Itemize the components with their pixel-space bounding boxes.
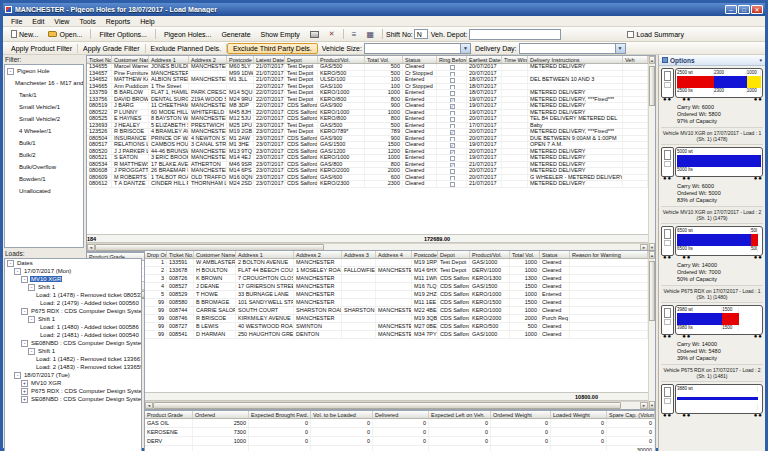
loads-tree-item[interactable]: -17/07/2017 (Mon) — [5, 267, 141, 275]
open-button[interactable]: Open... — [43, 29, 87, 40]
column-header[interactable]: Expected Left on Veh. — [429, 411, 491, 418]
collapse-icon[interactable]: - — [21, 340, 28, 347]
column-header[interactable]: Address 4 — [376, 251, 412, 258]
column-header[interactable]: Address 1 — [236, 251, 294, 258]
ticket-grid-vscrollbar[interactable]: ▲ ▼ — [648, 56, 655, 251]
pigeon-hole-tree-item[interactable]: Bulk/Overflow — [5, 161, 83, 173]
ring-before-del-checkbox[interactable] — [450, 124, 455, 129]
loads-tree-item[interactable]: -18/07/2017 (Tue) — [5, 371, 141, 379]
list-view-button[interactable]: ≡ — [347, 28, 362, 41]
generate-button[interactable]: Generate — [216, 29, 255, 40]
loads-tree-item[interactable]: Load: 1 (1480) - Added ticket 000586 — [5, 323, 141, 331]
pigeon-hole-tree-item[interactable]: Manchester 16 - M17 and 32/1 — [5, 77, 83, 89]
ring-before-del-checkbox[interactable] — [450, 78, 455, 83]
pigeon-hole-tree-item[interactable]: Small Vehicle/1 — [5, 101, 83, 113]
column-header[interactable]: Status — [403, 56, 437, 63]
table-row[interactable]: 4008527J DEANE17 GRIERSON STREETMANCHEST… — [145, 283, 648, 291]
exclude-planned-dels-button[interactable]: Exclude Planned Dels. — [146, 44, 227, 53]
vehicle-load-block[interactable]: 6500 wt5006500 lts500●●●●●●Carry Wt: 140… — [659, 224, 765, 303]
table-row[interactable]: GAS OIL25000000000 — [145, 419, 655, 428]
table-row[interactable]: 99008727B LEWIS40 WESTWOOD ROADSWINTONMA… — [145, 323, 648, 331]
table-row[interactable]: KEROSENE73000000000 — [145, 428, 655, 437]
loads-tree-item[interactable]: +P675 RDX : CDS Computer Design Systems … — [5, 387, 141, 395]
loads-tree-item[interactable]: -P675 RDX : CDS Computer Design Systems … — [5, 307, 141, 315]
scroll-down-icon[interactable]: ▼ — [649, 401, 655, 409]
column-header[interactable]: Ring Before Del. — [437, 56, 467, 63]
ring-before-del-checkbox[interactable] — [450, 111, 455, 116]
column-header[interactable]: Depot — [285, 56, 318, 63]
ring-before-del-checkbox[interactable] — [450, 182, 455, 187]
menu-edit[interactable]: Edit — [27, 18, 49, 25]
expand-icon[interactable]: + — [21, 380, 28, 387]
veh-depot-combo[interactable] — [469, 29, 561, 40]
loads-tree-item[interactable]: -Dates — [5, 259, 141, 267]
scroll-right-icon[interactable]: ► — [640, 402, 648, 409]
loads-tree-item[interactable]: +MV10 XGR — [5, 379, 141, 387]
column-header[interactable]: Address 2 — [294, 251, 342, 258]
collapse-icon[interactable]: - — [28, 316, 35, 323]
loads-tree-item[interactable]: Load: 2 (1483) - Removed ticket 133659 — [5, 363, 141, 371]
ring-before-del-checkbox[interactable]: ✓ — [450, 104, 455, 109]
column-header[interactable]: Latest Date ▲ — [254, 56, 285, 63]
pigeon-holes-button[interactable]: Pigeon Holes... — [159, 29, 216, 40]
pigeon-hole-tree-item[interactable]: Unallocated — [5, 185, 83, 197]
column-header[interactable]: Delivered — [373, 411, 429, 418]
collapse-icon[interactable]: - — [14, 268, 21, 275]
pigeon-hole-tree-item[interactable]: Bulk/1 — [5, 137, 83, 149]
column-header[interactable]: Depot — [438, 251, 470, 258]
loads-tree-item[interactable]: Load: 2 (1481) - Added ticket 000540 — [5, 331, 141, 339]
ring-before-del-checkbox[interactable] — [450, 91, 455, 96]
print-button[interactable] — [305, 29, 324, 40]
column-header[interactable]: Delivery Instructions — [528, 56, 623, 63]
menu-help[interactable]: Help — [135, 18, 159, 25]
table-row[interactable]: 99008744CARRIE SALORSOUTH COURTSHARSTON … — [145, 307, 648, 315]
ring-before-del-checkbox[interactable] — [450, 65, 455, 70]
column-header[interactable]: Drop Order — [145, 251, 167, 258]
title-bar[interactable]: MANCHESTER - Pigeon Holes for 18/07/2017… — [3, 3, 765, 16]
column-header[interactable]: Ticket No. — [87, 56, 112, 63]
pigeon-hole-tree-item[interactable]: Small Vehicle/2 — [5, 113, 83, 125]
column-header[interactable]: Loaded Weight — [551, 411, 607, 418]
menu-file[interactable]: File — [6, 18, 27, 25]
collapse-icon[interactable]: - — [21, 276, 28, 283]
scroll-track[interactable] — [153, 402, 640, 409]
load-summary-checkbox[interactable] — [627, 31, 634, 38]
collapse-icon[interactable]: - — [7, 260, 14, 267]
shift-no-field[interactable]: N — [414, 29, 428, 39]
column-header[interactable]: Time Window — [502, 56, 528, 63]
column-header[interactable]: Postcode — [412, 251, 438, 258]
column-header[interactable]: Earliest Date — [467, 56, 502, 63]
vehicle-size-combo[interactable]: ▼ — [364, 43, 471, 54]
vehicle-load-block[interactable]: 2500 wt230010002500 lts23001000●●●●●●Car… — [659, 66, 765, 145]
vehicle-load-block[interactable]: 3980 wt15003980 lts1500●●●●●●Carry Wt: 1… — [659, 303, 765, 382]
column-header[interactable]: Customer Name — [194, 251, 236, 258]
table-row[interactable]: DERV10000000000 — [145, 437, 655, 446]
ring-before-del-checkbox[interactable] — [450, 176, 455, 181]
column-header[interactable]: Spare Cap. (Volume) — [607, 411, 655, 418]
show-empty-button[interactable]: Show Empty — [256, 29, 305, 40]
column-header[interactable]: Ordered Weight — [491, 411, 551, 418]
ring-before-del-checkbox[interactable] — [450, 156, 455, 161]
collapse-icon[interactable]: - — [14, 372, 21, 379]
loads-tree-item[interactable]: -MV10 XGR — [5, 275, 141, 283]
loads-tree-item[interactable]: -Shift 1 — [5, 315, 141, 323]
ring-before-del-checkbox[interactable]: ✓ — [450, 150, 455, 155]
loads-tree-item[interactable]: Load: 1 (1482) - Removed ticket 133667 — [5, 355, 141, 363]
column-header[interactable]: Vol. to be Loaded — [311, 411, 373, 418]
ring-before-del-checkbox[interactable]: ✓ — [450, 143, 455, 148]
filter-options-button[interactable]: Filter Options... — [94, 29, 151, 40]
table-row[interactable]: 3008726K BROWN7 CROUGHTON CLOSEMANCHESTE… — [145, 275, 648, 283]
column-header[interactable]: Ordered — [193, 411, 249, 418]
exclude-third-party-dels-button[interactable]: Exclude Third Party Dels. — [227, 43, 318, 54]
apply-grade-filter-button[interactable]: Apply Grade Filter — [78, 44, 145, 53]
pigeon-hole-tree-item[interactable]: Bulk/2 — [5, 149, 83, 161]
expand-icon[interactable]: + — [21, 388, 28, 395]
close-button[interactable]: ✕ — [751, 5, 763, 14]
ring-before-del-checkbox[interactable] — [450, 169, 455, 174]
apply-product-filter-button[interactable]: Apply Product Filter — [6, 44, 78, 53]
loads-tree-item[interactable]: -SE08NBD : CDS Computer Design Systems L… — [5, 339, 141, 347]
collapse-icon[interactable]: - — [7, 68, 14, 75]
new-button[interactable]: New... — [6, 28, 43, 40]
scroll-up-icon[interactable]: ▲ — [649, 56, 655, 64]
column-header[interactable]: Total Vol. — [510, 251, 540, 258]
